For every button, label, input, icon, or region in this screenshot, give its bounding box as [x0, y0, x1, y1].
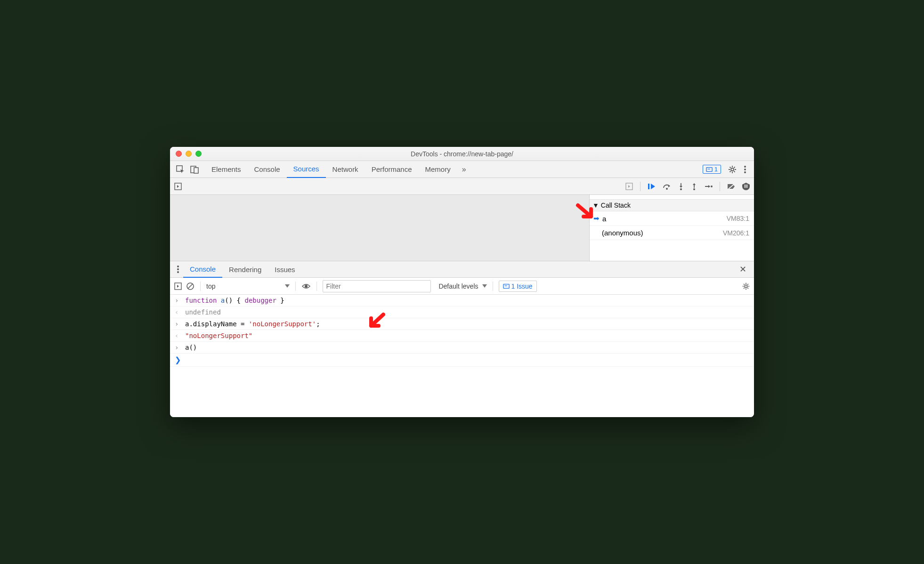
svg-rect-21: [746, 185, 747, 188]
show-navigator-icon[interactable]: [174, 182, 182, 191]
console-line-content: "noLongerSupport": [185, 332, 749, 339]
stack-frame-location: VM83:1: [727, 215, 749, 222]
svg-point-5: [731, 168, 734, 171]
svg-point-6: [744, 166, 746, 168]
svg-point-8: [744, 171, 746, 173]
close-drawer-icon[interactable]: ✕: [735, 264, 751, 274]
output-marker-icon: ‹: [175, 332, 181, 339]
svg-point-28: [305, 285, 308, 288]
console-sidebar-toggle-icon[interactable]: [174, 282, 182, 290]
step-over-icon[interactable]: [662, 182, 672, 191]
step-icon[interactable]: [704, 182, 713, 191]
console-line-content: a(): [185, 344, 749, 351]
more-tabs-icon[interactable]: »: [457, 165, 471, 174]
resume-script-icon[interactable]: [647, 182, 657, 191]
sources-toolbar: [170, 178, 754, 195]
window-title: DevTools - chrome://new-tab-page/: [170, 150, 754, 158]
drawer-tab-issues[interactable]: Issues: [268, 261, 301, 278]
input-marker-icon: ›: [175, 344, 181, 351]
svg-point-24: [177, 271, 179, 273]
svg-rect-20: [745, 185, 746, 188]
show-debugger-icon[interactable]: [625, 182, 633, 191]
tab-elements[interactable]: Elements: [205, 161, 248, 178]
issues-pill[interactable]: 1 Issue: [499, 281, 537, 292]
log-levels-selector[interactable]: Default levels: [438, 282, 486, 290]
console-line-content: function a() { debugger }: [185, 297, 749, 304]
callstack-header[interactable]: ▼ Call Stack: [590, 200, 754, 211]
input-marker-icon: ›: [175, 297, 181, 304]
drawer-tab-rendering[interactable]: Rendering: [222, 261, 268, 278]
tab-network[interactable]: Network: [326, 161, 365, 178]
console-line-content: undefined: [185, 308, 749, 316]
console-line-content: a.displayName = 'noLongerSupport';: [185, 320, 749, 328]
console-output-line: ‹"noLongerSupport": [170, 330, 754, 342]
stack-frame[interactable]: (anonymous)VM206:1: [590, 226, 754, 240]
settings-gear-icon[interactable]: [728, 165, 737, 174]
deactivate-breakpoints-icon[interactable]: [727, 182, 736, 191]
device-toolbar-icon[interactable]: [190, 165, 199, 174]
svg-point-31: [745, 285, 747, 287]
sources-main: ▼ Call Stack ➡aVM83:1(anonymous)VM206:1: [170, 195, 754, 261]
stack-frame-name: (anonymous): [602, 229, 643, 237]
scope-partial-row: [590, 195, 754, 200]
svg-rect-29: [503, 284, 509, 288]
clear-console-icon[interactable]: [186, 282, 195, 290]
annotation-arrow-icon: [575, 202, 596, 223]
context-selector[interactable]: top: [206, 282, 290, 290]
stack-frame-name: a: [602, 215, 606, 223]
drawer-kebab-icon[interactable]: [173, 265, 183, 274]
output-marker-icon: ‹: [175, 308, 181, 316]
levels-label: Default levels: [438, 282, 478, 290]
console-toolbar: top Default levels 1 Issue: [170, 278, 754, 295]
inspect-element-icon[interactable]: [176, 165, 185, 174]
console-input-line: ›a.displayName = 'noLongerSupport';: [170, 318, 754, 330]
issues-badge[interactable]: 1: [703, 165, 721, 174]
svg-point-22: [177, 266, 179, 267]
issues-badge-count: 1: [714, 166, 718, 173]
titlebar: DevTools - chrome://new-tab-page/: [170, 147, 754, 161]
tab-memory[interactable]: Memory: [419, 161, 457, 178]
svg-rect-11: [648, 184, 649, 189]
drawer-tab-console[interactable]: Console: [183, 261, 222, 278]
kebab-menu-icon[interactable]: [744, 165, 746, 174]
issues-pill-label: 1 Issue: [511, 282, 533, 290]
svg-point-16: [693, 188, 695, 190]
tab-console[interactable]: Console: [248, 161, 287, 178]
input-marker-icon: ›: [175, 320, 181, 328]
drawer-tabbar: ConsoleRenderingIssues ✕: [170, 261, 754, 278]
console-prompt[interactable]: ❯: [170, 354, 754, 367]
stack-frame-location: VM206:1: [723, 229, 749, 237]
prompt-marker-icon: ❯: [175, 355, 181, 364]
console-input-line: ›function a() { debugger }: [170, 295, 754, 306]
pause-on-exceptions-icon[interactable]: [742, 182, 750, 191]
svg-point-18: [711, 185, 713, 187]
step-out-icon[interactable]: [690, 182, 698, 191]
annotation-arrow-icon: [365, 312, 386, 332]
callstack-label: Call Stack: [601, 201, 631, 209]
console-settings-gear-icon[interactable]: [742, 282, 750, 290]
main-tabbar: ElementsConsoleSourcesNetworkPerformance…: [170, 161, 754, 178]
svg-point-23: [177, 268, 179, 270]
devtools-window: DevTools - chrome://new-tab-page/ Elemen…: [170, 147, 754, 417]
stack-frame[interactable]: ➡aVM83:1: [590, 211, 754, 226]
source-editor-area[interactable]: [170, 195, 589, 261]
svg-line-27: [188, 284, 193, 289]
svg-point-7: [744, 169, 746, 170]
context-label: top: [206, 282, 215, 290]
tab-sources[interactable]: Sources: [287, 161, 326, 178]
dropdown-triangle-icon: [482, 284, 487, 288]
dropdown-triangle-icon: [285, 284, 290, 288]
svg-rect-3: [706, 167, 712, 171]
svg-point-12: [666, 188, 668, 190]
tab-performance[interactable]: Performance: [365, 161, 419, 178]
filter-input[interactable]: [323, 280, 431, 292]
console-output-line: ‹undefined: [170, 306, 754, 318]
svg-point-14: [680, 188, 682, 190]
console-body: ›function a() { debugger }‹undefined›a.d…: [170, 295, 754, 417]
step-into-icon[interactable]: [677, 182, 685, 191]
console-input-line: ›a(): [170, 342, 754, 354]
debugger-sidebar: ▼ Call Stack ➡aVM83:1(anonymous)VM206:1: [589, 195, 754, 261]
svg-rect-2: [194, 168, 198, 173]
live-expression-icon[interactable]: [301, 282, 311, 290]
